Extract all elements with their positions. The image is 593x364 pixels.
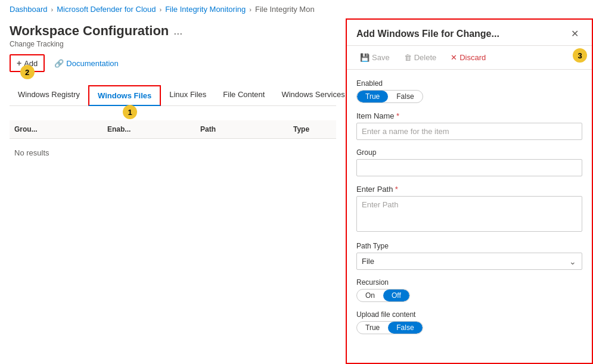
enabled-true-btn[interactable]: True — [357, 91, 388, 102]
upload-true-btn[interactable]: True — [357, 322, 388, 334]
tab-windows-files[interactable]: Windows Files — [88, 85, 161, 106]
enabled-field: Enabled True False — [356, 79, 582, 103]
breadcrumb-fim[interactable]: File Integrity Monitoring — [165, 5, 246, 14]
plus-icon: + — [17, 58, 21, 68]
discard-icon: ✕ — [451, 53, 457, 62]
tabs: Windows Registry Windows Files Linux Fil… — [10, 85, 336, 106]
path-type-select[interactable]: File Folder — [356, 253, 582, 270]
page-header: Workspace Configuration ... — [10, 23, 336, 39]
discard-label: Discard — [460, 53, 486, 62]
save-button[interactable]: 💾 Save — [356, 51, 393, 64]
path-type-label: Path Type — [356, 242, 582, 250]
panel-toolbar-wrapper: 💾 Save 🗑 Delete ✕ Discard 3 — [347, 46, 592, 70]
table-body: No results — [10, 139, 336, 167]
upload-content-field: Upload file content True False — [356, 310, 582, 334]
path-type-select-wrapper: File Folder — [356, 253, 582, 270]
save-label: Save — [372, 53, 390, 62]
breadcrumb-dashboard[interactable]: Dashboard — [10, 5, 48, 14]
documentation-link[interactable]: 🔗 Documentation — [54, 59, 118, 68]
path-field: Enter Path * — [356, 185, 582, 234]
right-panel: Add Windows File for Change... ✕ 💾 Save … — [346, 18, 593, 364]
upload-content-label: Upload file content — [356, 310, 582, 319]
page-subtitle: Change Tracking — [10, 40, 336, 48]
col-path: Path — [195, 125, 288, 133]
group-field: Group Custom — [356, 148, 582, 176]
item-name-required: * — [396, 111, 399, 120]
group-input[interactable]: Custom — [356, 159, 582, 176]
item-name-field: Item Name * — [356, 111, 582, 140]
panel-header: Add Windows File for Change... ✕ — [347, 20, 592, 46]
recursion-label: Recursion — [356, 278, 582, 287]
recursion-on-btn[interactable]: On — [357, 290, 383, 301]
table-header: Grou... Enab... Path Type — [10, 120, 336, 139]
delete-button[interactable]: 🗑 Delete — [400, 51, 440, 64]
enabled-label: Enabled — [356, 79, 582, 88]
upload-toggle[interactable]: True False — [356, 321, 423, 334]
col-group: Grou... — [10, 125, 103, 133]
doc-link-label: Documentation — [66, 59, 118, 68]
recursion-off-btn[interactable]: Off — [383, 290, 409, 301]
recursion-toggle[interactable]: On Off — [356, 289, 410, 302]
path-type-field: Path Type File Folder — [356, 242, 582, 270]
tabs-wrapper: Windows Registry Windows Files Linux Fil… — [10, 85, 336, 106]
discard-button[interactable]: ✕ Discard — [447, 51, 489, 64]
delete-icon: 🗑 — [404, 53, 412, 62]
no-results: No results — [14, 148, 49, 157]
col-enabled: Enab... — [103, 125, 195, 133]
page-title: Workspace Configuration — [10, 23, 169, 39]
upload-false-btn[interactable]: False — [388, 322, 422, 334]
close-button[interactable]: ✕ — [567, 27, 582, 41]
breadcrumb-defender[interactable]: Microsoft Defender for Cloud — [57, 5, 156, 14]
recursion-field: Recursion On Off — [356, 278, 582, 302]
save-icon: 💾 — [360, 53, 370, 62]
left-panel: Workspace Configuration ... Change Track… — [0, 18, 346, 364]
link-icon: 🔗 — [54, 59, 64, 68]
annotation-2: 2 — [20, 65, 35, 79]
tab-file-content[interactable]: File Content — [215, 85, 273, 106]
annotation-3: 3 — [573, 48, 587, 63]
path-required: * — [395, 185, 398, 194]
path-label: Enter Path * — [356, 185, 582, 194]
breadcrumb: Dashboard › Microsoft Defender for Cloud… — [0, 0, 593, 18]
add-button-wrapper: + Add 2 — [10, 54, 45, 72]
enabled-toggle[interactable]: True False — [356, 90, 423, 103]
tab-windows-services[interactable]: Windows Services — [273, 85, 346, 106]
item-name-input[interactable] — [356, 123, 582, 140]
tab-windows-registry[interactable]: Windows Registry — [10, 85, 88, 106]
annotation-1: 1 — [123, 105, 137, 119]
toolbar: + Add 2 🔗 Documentation — [10, 54, 336, 72]
page-title-menu[interactable]: ... — [173, 25, 182, 38]
group-label: Group — [356, 148, 582, 157]
delete-label: Delete — [414, 53, 437, 62]
enabled-false-btn[interactable]: False — [388, 91, 422, 102]
col-type: Type — [288, 125, 336, 133]
panel-title: Add Windows File for Change... — [356, 29, 499, 39]
tab-linux-files[interactable]: Linux Files — [161, 85, 215, 106]
path-input[interactable] — [356, 196, 582, 232]
panel-content: Enabled True False Item Name * Group Cus… — [347, 70, 592, 344]
panel-toolbar: 💾 Save 🗑 Delete ✕ Discard — [347, 46, 592, 70]
breadcrumb-current: File Integrity Mon — [255, 5, 315, 14]
item-name-label: Item Name * — [356, 111, 582, 120]
